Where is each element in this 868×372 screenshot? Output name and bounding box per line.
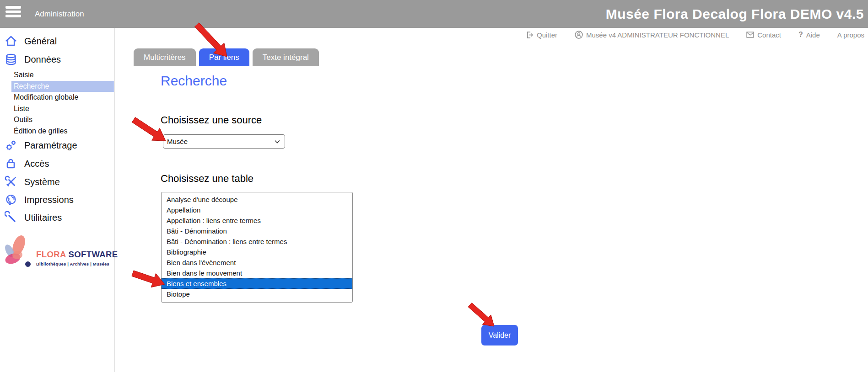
about-link[interactable]: A propos bbox=[837, 31, 864, 39]
source-label: Choisissez une source bbox=[161, 114, 262, 126]
wrench-icon bbox=[5, 211, 17, 224]
donnees-submenu: Saisie Recherche Modification globale Li… bbox=[11, 69, 114, 137]
sidebar-item-label: Général bbox=[24, 36, 57, 47]
contact-link[interactable]: Contact bbox=[746, 31, 781, 39]
logout-icon bbox=[526, 31, 534, 39]
sidebar-item-label: Accès bbox=[24, 159, 49, 169]
brand-software: SOFTWARE bbox=[69, 250, 118, 259]
sidebar-item-label: Système bbox=[24, 177, 60, 187]
list-item[interactable]: Biotope bbox=[162, 289, 352, 299]
list-item[interactable]: Analyse d'une découpe bbox=[162, 194, 352, 205]
application-window: Administration Musée Flora Decalog Flora… bbox=[0, 0, 868, 372]
page-title: Recherche bbox=[161, 73, 227, 89]
list-item[interactable]: Bibliographie bbox=[162, 247, 352, 257]
user-icon bbox=[575, 31, 583, 39]
gears-icon bbox=[5, 139, 17, 152]
sidebar-item-label: Paramétrage bbox=[24, 140, 77, 151]
sidebar-subitem-liste[interactable]: Liste bbox=[11, 103, 114, 115]
sidebar-item-impressions[interactable]: Impressions bbox=[0, 191, 114, 208]
lock-icon bbox=[5, 157, 17, 170]
sidebar-subitem-modification-globale[interactable]: Modification globale bbox=[11, 92, 114, 103]
tab-multicriteres[interactable]: Multicritères bbox=[134, 48, 196, 66]
quit-link[interactable]: Quitter bbox=[526, 31, 557, 39]
database-icon bbox=[5, 53, 17, 66]
user-link-bar: Quitter Musée v4 ADMINISTRATEUR FONCTION… bbox=[526, 28, 864, 42]
sidebar-item-systeme[interactable]: Système bbox=[0, 174, 114, 190]
sidebar-item-utilitaires[interactable]: Utilitaires bbox=[0, 209, 114, 226]
chevron-down-icon bbox=[275, 140, 280, 143]
home-icon bbox=[5, 35, 17, 48]
logo-dot bbox=[25, 261, 31, 267]
sidebar-item-parametrage[interactable]: Paramétrage bbox=[0, 137, 114, 154]
sidebar-item-label: Données bbox=[24, 54, 61, 65]
flora-tagline: Bibliothèques | Archives | Musées bbox=[36, 261, 109, 266]
table-listbox[interactable]: Analyse d'une découpe Appellation Appell… bbox=[161, 192, 353, 303]
list-item[interactable]: Bien dans l'évènement bbox=[162, 257, 352, 268]
section-title: Administration bbox=[35, 0, 84, 28]
list-item[interactable]: Bien dans le mouvement bbox=[162, 268, 352, 278]
tools-icon bbox=[5, 175, 17, 188]
quit-label: Quitter bbox=[537, 31, 557, 39]
app-title: Musée Flora Decalog Flora DEMO v4.5 bbox=[606, 0, 864, 28]
source-select[interactable]: Musée bbox=[163, 134, 285, 149]
list-item[interactable]: Bâti - Dénomination bbox=[162, 226, 352, 236]
about-label: A propos bbox=[837, 31, 864, 39]
list-item[interactable]: Biotope : liens entre termes bbox=[162, 299, 352, 303]
brand-flora: FLORA bbox=[36, 250, 66, 259]
sidebar-subitem-saisie[interactable]: Saisie bbox=[11, 69, 114, 81]
table-label: Choisissez une table bbox=[161, 173, 253, 185]
flora-logo bbox=[4, 234, 27, 269]
flora-brand-name: FLORA SOFTWARE bbox=[36, 250, 118, 260]
current-user-label: Musée v4 ADMINISTRATEUR FONCTIONNEL bbox=[586, 31, 729, 39]
sidebar-item-general[interactable]: Général bbox=[0, 33, 114, 49]
mail-icon bbox=[746, 32, 754, 38]
list-item[interactable]: Appellation : liens entre termes bbox=[162, 215, 352, 226]
search-tabs: Multicritères Par liens Texte intégral bbox=[134, 48, 319, 66]
sidebar-item-acces[interactable]: Accès bbox=[0, 155, 114, 172]
sidebar-subitem-recherche[interactable]: Recherche bbox=[11, 81, 114, 92]
help-label: Aide bbox=[806, 31, 820, 39]
current-user[interactable]: Musée v4 ADMINISTRATEUR FONCTIONNEL bbox=[575, 31, 729, 39]
sidebar-item-donnees[interactable]: Données bbox=[0, 51, 114, 68]
tab-texte-integral[interactable]: Texte intégral bbox=[253, 48, 319, 66]
sidebar-subitem-edition-de-grilles[interactable]: Édition de grilles bbox=[11, 126, 114, 137]
sidebar-item-label: Utilitaires bbox=[24, 213, 62, 223]
help-link[interactable]: ? Aide bbox=[798, 31, 820, 39]
sidebar-item-label: Impressions bbox=[24, 195, 74, 205]
sidebar-subitem-outils[interactable]: Outils bbox=[11, 114, 114, 126]
hamburger-menu-icon[interactable] bbox=[5, 6, 21, 21]
valider-button[interactable]: Valider bbox=[481, 325, 518, 345]
globe-icon bbox=[5, 193, 17, 206]
list-item[interactable]: Bâti - Dénomination : liens entre termes bbox=[162, 236, 352, 247]
list-item[interactable]: Appellation bbox=[162, 205, 352, 215]
list-item-selected[interactable]: Biens et ensembles bbox=[162, 278, 352, 289]
contact-label: Contact bbox=[757, 31, 781, 39]
sidebar-divider bbox=[114, 28, 114, 372]
help-icon: ? bbox=[798, 31, 803, 39]
source-select-value: Musée bbox=[167, 138, 188, 145]
tab-par-liens[interactable]: Par liens bbox=[199, 48, 249, 66]
